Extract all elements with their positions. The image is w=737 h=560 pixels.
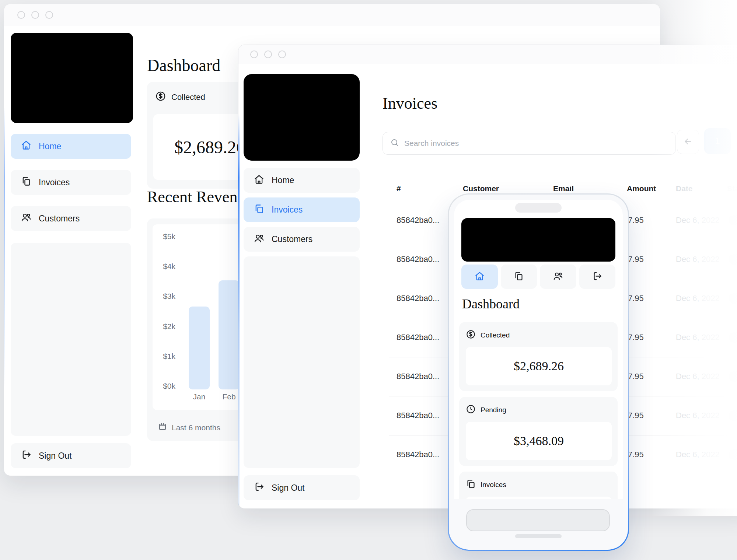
sign-out-icon: [592, 271, 602, 283]
page-title: Dashboard: [147, 56, 220, 75]
y-axis-tick: $2k: [158, 322, 175, 331]
sidebar-item-label: Home: [39, 141, 61, 151]
sign-out-button[interactable]: Sign Out: [244, 475, 360, 500]
collected-label: Collected: [171, 92, 205, 102]
invoice-amount-cell: 7.95: [628, 216, 644, 225]
invoice-date-cell: Dec 6, 2022: [676, 216, 720, 225]
y-axis-tick: $3k: [158, 292, 175, 301]
home-icon: [475, 271, 485, 283]
phone-nav-sign-out[interactable]: [579, 265, 616, 289]
invoice-date-cell: Dec 6, 2022: [676, 294, 720, 303]
invoice-id-cell: 85842ba0...: [397, 255, 439, 264]
phone-action-button[interactable]: [466, 509, 610, 531]
invoice-id-cell: 85842ba0...: [397, 411, 439, 420]
sidebar-item-invoices[interactable]: Invoices: [244, 197, 360, 222]
sidebar-item-customers[interactable]: Customers: [11, 206, 131, 231]
invoices-icon: [254, 204, 264, 216]
search-input[interactable]: [404, 139, 632, 148]
window-minimize-icon[interactable]: [31, 11, 39, 19]
invoice-amount-cell: 7.95: [628, 372, 644, 381]
home-icon: [21, 140, 31, 153]
invoice-date-cell: Dec 6, 2022: [676, 450, 720, 459]
table-header-amount: Amount: [627, 184, 656, 193]
status-badge: [729, 371, 737, 382]
invoices-icon: [466, 479, 476, 491]
card-label: Invoices: [481, 481, 506, 489]
invoice-amount-cell: 7.95: [628, 333, 644, 342]
window-maximize-icon[interactable]: [278, 50, 286, 58]
chart-section-title: Recent Revenue: [147, 188, 253, 206]
calendar-icon: [158, 422, 167, 433]
sidebar-item-customers[interactable]: Customers: [244, 227, 360, 252]
sidebar-item-home[interactable]: Home: [244, 168, 360, 193]
phone-collected-card: Collected $2,689.26: [459, 322, 618, 391]
window-close-icon[interactable]: [17, 11, 25, 19]
status-badge: [729, 254, 737, 265]
y-axis-tick: $4k: [158, 262, 175, 271]
card-value: $3,468.09: [514, 434, 564, 448]
phone-notch: [515, 203, 562, 213]
sidebar-item-label: Home: [272, 175, 294, 185]
invoice-amount-cell: 7.95: [628, 294, 644, 303]
search-icon: [390, 138, 399, 148]
sign-out-label: Sign Out: [39, 451, 72, 461]
invoice-date-cell: Dec 6, 2022: [676, 255, 720, 264]
home-icon: [254, 174, 264, 187]
dollar-circle-icon: [466, 329, 476, 341]
invoice-amount-cell: 7.95: [628, 450, 644, 459]
app-logo: [244, 74, 360, 161]
status-badge: [729, 410, 737, 421]
sign-out-label: Sign Out: [272, 483, 305, 493]
window-edge-accent: [238, 115, 240, 505]
table-header-id: #: [397, 184, 401, 193]
clock-icon: [466, 404, 476, 416]
y-axis-tick: $5k: [158, 232, 175, 241]
invoice-amount-cell: 7.95: [628, 255, 644, 264]
window-minimize-icon[interactable]: [264, 50, 272, 58]
chart-footer-label: Last 6 months: [172, 423, 220, 432]
sidebar-item-label: Invoices: [39, 178, 70, 188]
table-header-email: Email: [553, 184, 574, 193]
phone-nav: [461, 265, 615, 289]
page-number-button[interactable]: 1: [704, 128, 731, 154]
previous-page-button[interactable]: [677, 130, 699, 154]
invoice-date-cell: Dec 6, 2022: [676, 411, 720, 420]
chart-bar: [219, 280, 240, 389]
invoice-id-cell: 85842ba0...: [397, 333, 439, 342]
card-label: Pending: [481, 406, 506, 414]
sidebar-spacer-panel: [11, 243, 131, 436]
sidebar-item-invoices[interactable]: Invoices: [11, 170, 131, 195]
phone-nav-home[interactable]: [461, 265, 498, 289]
window-close-icon[interactable]: [250, 50, 258, 58]
home-indicator: [515, 534, 562, 538]
search-box: [383, 132, 676, 155]
collected-amount: $2,689.26: [174, 137, 245, 157]
phone-nav-invoices[interactable]: [501, 265, 537, 289]
invoice-id-cell: 85842ba0...: [397, 372, 439, 381]
invoice-amount-cell: 7.95: [628, 411, 644, 420]
x-axis-tick: Jan: [189, 392, 210, 401]
sign-out-button[interactable]: Sign Out: [11, 443, 131, 468]
sidebar-item-home[interactable]: Home: [11, 134, 131, 159]
phone-invoices-card: Invoices 22: [459, 472, 618, 499]
phone-page-title: Dashboard: [462, 296, 520, 312]
y-axis-tick: $0k: [158, 382, 175, 391]
card-label: Collected: [481, 331, 510, 339]
dashboard-titlebar: [4, 4, 660, 26]
sidebar-spacer-panel: [244, 256, 360, 468]
page-title: Invoices: [383, 94, 437, 113]
sidebar-item-label: Invoices: [272, 205, 303, 215]
invoice-date-cell: Dec 6, 2022: [676, 333, 720, 342]
phone-nav-customers[interactable]: [540, 265, 576, 289]
x-axis-tick: Feb: [219, 392, 240, 401]
window-edge-accent: [4, 107, 5, 387]
status-badge: [729, 332, 737, 343]
invoices-icon: [514, 271, 524, 283]
window-maximize-icon[interactable]: [45, 11, 53, 19]
table-header-customer: Customer: [463, 184, 499, 193]
sidebar-item-label: Customers: [39, 214, 80, 224]
phone-pending-card: Pending $3,468.09: [459, 397, 618, 466]
card-value: $2,689.26: [514, 359, 564, 373]
invoice-id-cell: 85842ba0...: [397, 450, 439, 459]
customers-icon: [254, 233, 264, 246]
